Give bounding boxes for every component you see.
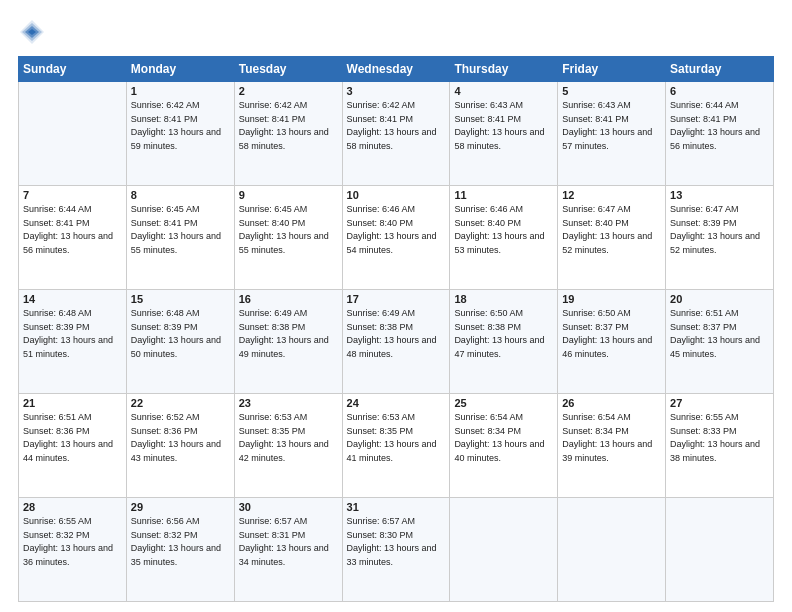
day-number: 17 — [347, 293, 446, 305]
calendar-cell: 30Sunrise: 6:57 AMSunset: 8:31 PMDayligh… — [234, 498, 342, 602]
day-number: 16 — [239, 293, 338, 305]
calendar-cell: 17Sunrise: 6:49 AMSunset: 8:38 PMDayligh… — [342, 290, 450, 394]
week-row-3: 21Sunrise: 6:51 AMSunset: 8:36 PMDayligh… — [19, 394, 774, 498]
day-info: Sunrise: 6:46 AMSunset: 8:40 PMDaylight:… — [347, 203, 446, 257]
day-info: Sunrise: 6:50 AMSunset: 8:37 PMDaylight:… — [562, 307, 661, 361]
day-info: Sunrise: 6:57 AMSunset: 8:31 PMDaylight:… — [239, 515, 338, 569]
day-info: Sunrise: 6:44 AMSunset: 8:41 PMDaylight:… — [23, 203, 122, 257]
calendar-cell — [558, 498, 666, 602]
day-number: 5 — [562, 85, 661, 97]
day-info: Sunrise: 6:52 AMSunset: 8:36 PMDaylight:… — [131, 411, 230, 465]
day-info: Sunrise: 6:48 AMSunset: 8:39 PMDaylight:… — [131, 307, 230, 361]
day-number: 10 — [347, 189, 446, 201]
day-number: 2 — [239, 85, 338, 97]
calendar-cell: 25Sunrise: 6:54 AMSunset: 8:34 PMDayligh… — [450, 394, 558, 498]
calendar-cell — [666, 498, 774, 602]
header-day-friday: Friday — [558, 57, 666, 82]
day-info: Sunrise: 6:57 AMSunset: 8:30 PMDaylight:… — [347, 515, 446, 569]
calendar-cell: 9Sunrise: 6:45 AMSunset: 8:40 PMDaylight… — [234, 186, 342, 290]
day-info: Sunrise: 6:47 AMSunset: 8:39 PMDaylight:… — [670, 203, 769, 257]
day-info: Sunrise: 6:51 AMSunset: 8:36 PMDaylight:… — [23, 411, 122, 465]
day-info: Sunrise: 6:54 AMSunset: 8:34 PMDaylight:… — [454, 411, 553, 465]
day-number: 11 — [454, 189, 553, 201]
day-number: 13 — [670, 189, 769, 201]
header-row: SundayMondayTuesdayWednesdayThursdayFrid… — [19, 57, 774, 82]
day-info: Sunrise: 6:46 AMSunset: 8:40 PMDaylight:… — [454, 203, 553, 257]
calendar-cell: 28Sunrise: 6:55 AMSunset: 8:32 PMDayligh… — [19, 498, 127, 602]
calendar-cell: 19Sunrise: 6:50 AMSunset: 8:37 PMDayligh… — [558, 290, 666, 394]
week-row-0: 1Sunrise: 6:42 AMSunset: 8:41 PMDaylight… — [19, 82, 774, 186]
calendar-cell: 3Sunrise: 6:42 AMSunset: 8:41 PMDaylight… — [342, 82, 450, 186]
calendar-cell: 31Sunrise: 6:57 AMSunset: 8:30 PMDayligh… — [342, 498, 450, 602]
logo — [18, 18, 50, 46]
day-info: Sunrise: 6:56 AMSunset: 8:32 PMDaylight:… — [131, 515, 230, 569]
calendar-cell: 22Sunrise: 6:52 AMSunset: 8:36 PMDayligh… — [126, 394, 234, 498]
day-number: 28 — [23, 501, 122, 513]
calendar-cell: 12Sunrise: 6:47 AMSunset: 8:40 PMDayligh… — [558, 186, 666, 290]
calendar-cell: 5Sunrise: 6:43 AMSunset: 8:41 PMDaylight… — [558, 82, 666, 186]
day-info: Sunrise: 6:55 AMSunset: 8:32 PMDaylight:… — [23, 515, 122, 569]
calendar-table: SundayMondayTuesdayWednesdayThursdayFrid… — [18, 56, 774, 602]
calendar-cell: 16Sunrise: 6:49 AMSunset: 8:38 PMDayligh… — [234, 290, 342, 394]
day-number: 21 — [23, 397, 122, 409]
calendar-cell: 14Sunrise: 6:48 AMSunset: 8:39 PMDayligh… — [19, 290, 127, 394]
day-info: Sunrise: 6:43 AMSunset: 8:41 PMDaylight:… — [562, 99, 661, 153]
day-number: 31 — [347, 501, 446, 513]
day-number: 25 — [454, 397, 553, 409]
day-info: Sunrise: 6:53 AMSunset: 8:35 PMDaylight:… — [347, 411, 446, 465]
calendar-page: SundayMondayTuesdayWednesdayThursdayFrid… — [0, 0, 792, 612]
day-info: Sunrise: 6:54 AMSunset: 8:34 PMDaylight:… — [562, 411, 661, 465]
day-info: Sunrise: 6:42 AMSunset: 8:41 PMDaylight:… — [347, 99, 446, 153]
calendar-cell: 18Sunrise: 6:50 AMSunset: 8:38 PMDayligh… — [450, 290, 558, 394]
calendar-cell: 1Sunrise: 6:42 AMSunset: 8:41 PMDaylight… — [126, 82, 234, 186]
calendar-cell: 23Sunrise: 6:53 AMSunset: 8:35 PMDayligh… — [234, 394, 342, 498]
calendar-cell: 26Sunrise: 6:54 AMSunset: 8:34 PMDayligh… — [558, 394, 666, 498]
calendar-cell: 4Sunrise: 6:43 AMSunset: 8:41 PMDaylight… — [450, 82, 558, 186]
day-number: 26 — [562, 397, 661, 409]
day-number: 23 — [239, 397, 338, 409]
calendar-cell — [450, 498, 558, 602]
calendar-cell: 2Sunrise: 6:42 AMSunset: 8:41 PMDaylight… — [234, 82, 342, 186]
week-row-1: 7Sunrise: 6:44 AMSunset: 8:41 PMDaylight… — [19, 186, 774, 290]
day-number: 1 — [131, 85, 230, 97]
day-info: Sunrise: 6:55 AMSunset: 8:33 PMDaylight:… — [670, 411, 769, 465]
calendar-cell: 6Sunrise: 6:44 AMSunset: 8:41 PMDaylight… — [666, 82, 774, 186]
day-info: Sunrise: 6:42 AMSunset: 8:41 PMDaylight:… — [131, 99, 230, 153]
calendar-cell: 11Sunrise: 6:46 AMSunset: 8:40 PMDayligh… — [450, 186, 558, 290]
logo-icon — [18, 18, 46, 46]
header-day-tuesday: Tuesday — [234, 57, 342, 82]
header-day-sunday: Sunday — [19, 57, 127, 82]
day-number: 8 — [131, 189, 230, 201]
day-number: 30 — [239, 501, 338, 513]
header-day-thursday: Thursday — [450, 57, 558, 82]
calendar-cell: 15Sunrise: 6:48 AMSunset: 8:39 PMDayligh… — [126, 290, 234, 394]
day-number: 4 — [454, 85, 553, 97]
day-info: Sunrise: 6:47 AMSunset: 8:40 PMDaylight:… — [562, 203, 661, 257]
calendar-cell: 13Sunrise: 6:47 AMSunset: 8:39 PMDayligh… — [666, 186, 774, 290]
header — [18, 18, 774, 46]
calendar-cell: 21Sunrise: 6:51 AMSunset: 8:36 PMDayligh… — [19, 394, 127, 498]
calendar-cell — [19, 82, 127, 186]
day-number: 24 — [347, 397, 446, 409]
day-info: Sunrise: 6:49 AMSunset: 8:38 PMDaylight:… — [347, 307, 446, 361]
day-number: 27 — [670, 397, 769, 409]
header-day-monday: Monday — [126, 57, 234, 82]
day-number: 19 — [562, 293, 661, 305]
day-number: 20 — [670, 293, 769, 305]
week-row-4: 28Sunrise: 6:55 AMSunset: 8:32 PMDayligh… — [19, 498, 774, 602]
calendar-cell: 20Sunrise: 6:51 AMSunset: 8:37 PMDayligh… — [666, 290, 774, 394]
header-day-wednesday: Wednesday — [342, 57, 450, 82]
day-info: Sunrise: 6:45 AMSunset: 8:41 PMDaylight:… — [131, 203, 230, 257]
calendar-cell: 8Sunrise: 6:45 AMSunset: 8:41 PMDaylight… — [126, 186, 234, 290]
day-number: 14 — [23, 293, 122, 305]
calendar-cell: 27Sunrise: 6:55 AMSunset: 8:33 PMDayligh… — [666, 394, 774, 498]
day-info: Sunrise: 6:51 AMSunset: 8:37 PMDaylight:… — [670, 307, 769, 361]
day-info: Sunrise: 6:49 AMSunset: 8:38 PMDaylight:… — [239, 307, 338, 361]
day-info: Sunrise: 6:50 AMSunset: 8:38 PMDaylight:… — [454, 307, 553, 361]
day-number: 6 — [670, 85, 769, 97]
day-number: 29 — [131, 501, 230, 513]
day-number: 9 — [239, 189, 338, 201]
day-number: 22 — [131, 397, 230, 409]
calendar-cell: 29Sunrise: 6:56 AMSunset: 8:32 PMDayligh… — [126, 498, 234, 602]
day-info: Sunrise: 6:48 AMSunset: 8:39 PMDaylight:… — [23, 307, 122, 361]
